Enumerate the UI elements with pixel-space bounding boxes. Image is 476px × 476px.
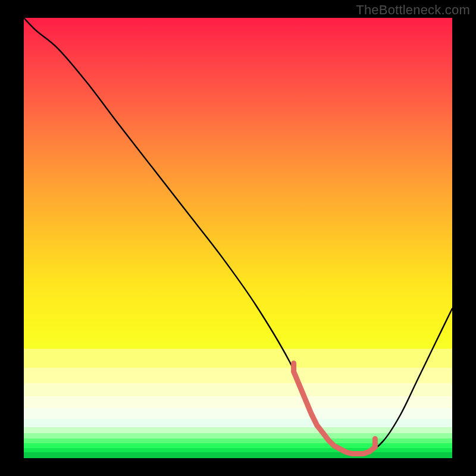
curve-svg bbox=[24, 18, 452, 458]
optimal-range-marker bbox=[294, 364, 375, 454]
chart-frame: TheBottleneck.com bbox=[0, 0, 476, 476]
plot-area bbox=[24, 18, 452, 458]
bottleneck-curve bbox=[24, 18, 452, 455]
watermark-text: TheBottleneck.com bbox=[356, 2, 470, 18]
